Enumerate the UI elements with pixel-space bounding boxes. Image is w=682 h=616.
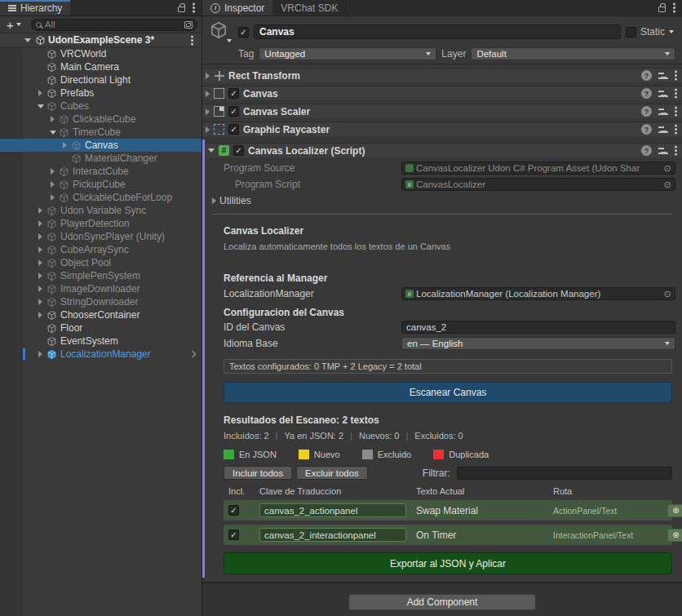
expand-arrow[interactable] <box>35 233 46 240</box>
expand-arrow[interactable] <box>47 168 58 175</box>
active-checkbox[interactable]: ✓ <box>238 27 249 38</box>
expand-arrow[interactable] <box>47 181 58 188</box>
foldout-arrow[interactable] <box>206 91 210 97</box>
scan-canvas-button[interactable]: Escanear Canvas <box>224 382 672 403</box>
presets-icon[interactable] <box>658 147 668 154</box>
select-object-button[interactable]: ⊗ <box>667 529 682 542</box>
presets-icon[interactable] <box>658 126 668 133</box>
hierarchy-item[interactable]: CubeArraySync <box>0 243 202 256</box>
presets-icon[interactable] <box>658 90 668 97</box>
hierarchy-item[interactable]: Canvas <box>0 139 202 152</box>
expand-arrow[interactable] <box>47 116 58 122</box>
program-source-field[interactable]: CanvasLocalizer Udon C# Program Asset (U… <box>401 162 675 175</box>
expand-arrow[interactable] <box>24 38 31 42</box>
hierarchy-item[interactable]: PickupCube <box>0 178 202 191</box>
kebab-menu-icon[interactable] <box>673 7 675 9</box>
exclude-all-button[interactable]: Excluir todos <box>296 466 368 480</box>
scene-header-row[interactable]: UdonExampleScene 3* <box>0 33 202 47</box>
gameobject-icon[interactable] <box>209 20 233 43</box>
hierarchy-item[interactable]: Floor <box>0 321 202 335</box>
hierarchy-item[interactable]: SimplePenSystem <box>0 269 202 282</box>
hierarchy-item[interactable]: ClickableCube <box>0 113 202 126</box>
search-input[interactable]: All <box>31 19 197 31</box>
tab-hierarchy[interactable]: Hierarchy <box>0 0 70 16</box>
include-checkbox[interactable]: ✓ <box>228 505 239 516</box>
open-window-icon[interactable] <box>184 21 193 29</box>
hierarchy-item[interactable]: Object Pool <box>0 256 202 269</box>
tab-vrchat-sdk[interactable]: VRChat SDK <box>272 0 347 16</box>
expand-arrow[interactable] <box>47 131 58 135</box>
expand-arrow[interactable] <box>35 246 46 253</box>
help-icon[interactable]: ? <box>641 124 652 135</box>
translation-key-field[interactable]: canvas_2_interactionpanel <box>259 528 406 542</box>
component-enabled-checkbox[interactable]: ✓ <box>228 124 239 135</box>
static-checkbox[interactable] <box>626 27 636 38</box>
utilities-foldout[interactable]: Utilities <box>212 194 675 207</box>
help-icon[interactable]: ? <box>641 70 652 81</box>
help-icon[interactable]: ? <box>641 106 652 117</box>
foldout-arrow[interactable] <box>208 148 215 153</box>
component-header[interactable]: Rect Transform ? <box>202 68 682 82</box>
component-header[interactable]: ✓ Canvas Scaler ? <box>202 104 682 118</box>
create-object-button[interactable]: + <box>4 18 24 32</box>
expand-arrow[interactable] <box>35 207 46 214</box>
hierarchy-item[interactable]: TimerCube <box>0 126 202 139</box>
select-object-button[interactable]: ⊗ <box>667 504 682 517</box>
expand-arrow[interactable] <box>35 90 46 96</box>
add-component-button[interactable]: Add Component <box>348 594 536 610</box>
hierarchy-item[interactable]: ImageDownloader <box>0 282 202 295</box>
foldout-arrow[interactable] <box>206 109 210 115</box>
object-picker-icon[interactable]: ⊙ <box>662 179 673 190</box>
expand-arrow[interactable] <box>47 194 58 201</box>
kebab-menu-icon[interactable] <box>675 149 677 152</box>
include-checkbox[interactable]: ✓ <box>228 530 239 540</box>
foldout-arrow[interactable] <box>206 73 210 79</box>
component-header[interactable]: ✓ Canvas ? <box>202 86 682 100</box>
object-picker-icon[interactable]: ⊙ <box>662 289 673 299</box>
scene-kebab-icon[interactable] <box>191 39 193 42</box>
kebab-menu-icon[interactable] <box>675 110 677 113</box>
hierarchy-item[interactable]: StringDownloader <box>0 295 202 308</box>
hierarchy-item[interactable]: Udon Variable Sync <box>0 204 202 217</box>
tab-inspector[interactable]: i Inspector <box>202 0 272 16</box>
expand-arrow[interactable] <box>35 220 46 227</box>
kebab-menu-icon[interactable] <box>675 74 677 77</box>
hierarchy-item[interactable]: EventSystem <box>0 335 202 348</box>
expand-arrow[interactable] <box>35 312 46 318</box>
gameobject-name-field[interactable]: Canvas <box>254 24 621 39</box>
canvas-localizer-header[interactable]: # ✓ Canvas Localizer (Script) ? <box>205 143 682 157</box>
hierarchy-item[interactable]: Prefabs <box>0 86 202 100</box>
export-json-button[interactable]: Exportar al JSON y Aplicar <box>224 552 672 574</box>
filter-input[interactable] <box>457 467 672 480</box>
kebab-menu-icon[interactable] <box>675 128 677 131</box>
hierarchy-item[interactable]: UdonSyncPlayer (Unity) <box>0 230 202 243</box>
static-dropdown-chevron[interactable] <box>669 30 674 33</box>
hierarchy-item[interactable]: InteractCube <box>0 165 202 178</box>
hierarchy-item[interactable]: Directional Light <box>0 73 202 86</box>
localization-manager-field[interactable]: # LocalizationManager (Localization Mana… <box>401 287 675 300</box>
program-script-field[interactable]: # CanvasLocalizer ⊙ <box>401 178 675 191</box>
expand-arrow[interactable] <box>35 104 46 109</box>
hierarchy-item[interactable]: PlayerDetection <box>0 217 202 230</box>
hierarchy-item[interactable]: MaterialChanger <box>0 152 202 165</box>
canvas-id-input[interactable]: canvas_2 <box>401 321 675 334</box>
hierarchy-item[interactable]: ClickableCubeForLoop <box>0 191 202 204</box>
kebab-menu-icon[interactable] <box>675 92 677 95</box>
expand-arrow[interactable] <box>35 299 46 305</box>
include-all-button[interactable]: Incluir todos <box>224 466 292 480</box>
kebab-menu-icon[interactable] <box>193 7 195 9</box>
expand-arrow[interactable] <box>60 142 70 148</box>
translation-key-field[interactable]: canvas_2_actionpanel <box>259 503 406 517</box>
tag-dropdown[interactable]: Untagged <box>259 47 436 60</box>
prefab-open-chevron[interactable] <box>189 351 196 357</box>
presets-icon[interactable] <box>658 72 668 79</box>
lock-icon[interactable] <box>658 7 666 12</box>
hierarchy-item[interactable]: VRCWorld <box>0 47 202 60</box>
hierarchy-item[interactable]: Main Camera <box>0 60 202 73</box>
expand-arrow[interactable] <box>35 351 46 357</box>
expand-arrow[interactable] <box>35 273 46 279</box>
hierarchy-item[interactable]: LocalizationManager <box>0 348 202 361</box>
base-language-dropdown[interactable]: en — English <box>401 337 675 350</box>
object-picker-icon[interactable]: ⊙ <box>662 163 673 174</box>
component-enabled-checkbox[interactable]: ✓ <box>233 145 244 156</box>
